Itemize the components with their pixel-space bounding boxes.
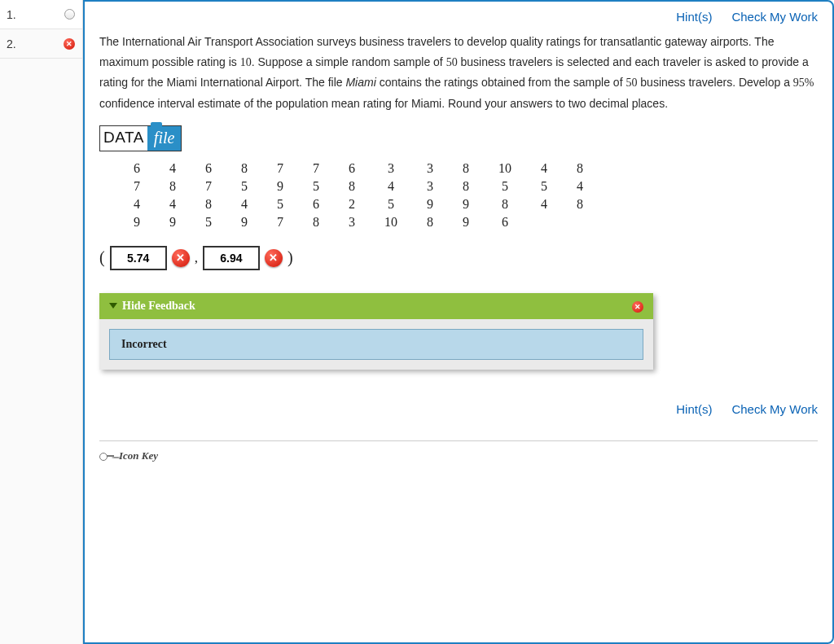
table-cell: 8 xyxy=(334,177,370,195)
table-row: 64687763381048 xyxy=(119,160,598,177)
table-cell: 8 xyxy=(448,177,484,195)
question-number: 1. xyxy=(7,8,63,21)
table-cell: 10 xyxy=(370,213,412,231)
question-text: The International Air Transport Associat… xyxy=(99,32,818,114)
sidebar-question-2[interactable]: 2. ✕ xyxy=(0,29,82,59)
open-paren: ( xyxy=(99,248,105,267)
table-cell: 6 xyxy=(119,160,155,177)
table-cell: 7 xyxy=(298,160,334,177)
table-cell: 4 xyxy=(526,160,562,177)
table-cell: 4 xyxy=(526,195,562,213)
table-cell: 3 xyxy=(412,177,448,195)
table-cell: 7 xyxy=(262,213,298,231)
question-number: 2. xyxy=(7,37,63,50)
table-cell: 5 xyxy=(526,177,562,195)
collapse-icon xyxy=(109,303,117,309)
table-cell: 5 xyxy=(226,177,262,195)
table-cell: 8 xyxy=(448,160,484,177)
table-cell: 4 xyxy=(226,195,262,213)
table-cell: 8 xyxy=(226,160,262,177)
table-cell: 6 xyxy=(298,195,334,213)
hints-link[interactable]: Hint(s) xyxy=(676,402,712,416)
table-cell: 5 xyxy=(370,195,412,213)
question-panel: Hint(s) Check My Work The International … xyxy=(83,0,834,644)
table-cell: 9 xyxy=(262,177,298,195)
data-values-table: 6468776338104878759584385544484562599848… xyxy=(119,160,598,231)
table-cell: 4 xyxy=(370,177,412,195)
table-cell: 8 xyxy=(191,195,226,213)
data-file-badge[interactable]: DATA file xyxy=(99,125,182,151)
status-wrong-icon: ✕ xyxy=(63,37,76,50)
table-cell: 6 xyxy=(334,160,370,177)
check-my-work-link[interactable]: Check My Work xyxy=(731,402,818,416)
icon-key-toggle[interactable]: Icon Key xyxy=(99,440,818,462)
table-cell: 8 xyxy=(412,213,448,231)
table-cell: 9 xyxy=(412,195,448,213)
table-row: 995978310896 xyxy=(119,213,598,231)
status-empty-icon xyxy=(63,8,76,21)
icon-key-label: Icon Key xyxy=(119,449,158,462)
table-cell: 5 xyxy=(484,177,526,195)
feedback-message: Incorrect xyxy=(109,329,643,360)
close-feedback-button[interactable]: ✕ xyxy=(632,300,643,313)
sidebar-question-1[interactable]: 1. xyxy=(0,0,82,29)
incorrect-icon: ✕ xyxy=(265,249,283,267)
table-cell: 10 xyxy=(484,160,526,177)
table-cell: 5 xyxy=(191,213,226,231)
table-cell: 7 xyxy=(119,177,155,195)
table-cell: 8 xyxy=(562,160,598,177)
feedback-header[interactable]: Hide Feedback ✕ xyxy=(99,293,653,319)
table-cell: 6 xyxy=(191,160,226,177)
table-cell: 7 xyxy=(262,160,298,177)
hints-link[interactable]: Hint(s) xyxy=(676,10,712,24)
table-cell: 8 xyxy=(562,195,598,213)
table-row: 7875958438554 xyxy=(119,177,598,195)
table-cell: 7 xyxy=(191,177,226,195)
top-action-links: Hint(s) Check My Work xyxy=(99,10,818,24)
table-cell: 4 xyxy=(562,177,598,195)
upper-bound-input[interactable] xyxy=(203,246,260,270)
table-cell: 9 xyxy=(119,213,155,231)
table-cell: 9 xyxy=(448,195,484,213)
table-cell: 9 xyxy=(226,213,262,231)
table-cell: 4 xyxy=(155,160,191,177)
table-cell: 6 xyxy=(484,213,526,231)
table-cell: 3 xyxy=(412,160,448,177)
table-cell: 2 xyxy=(334,195,370,213)
table-cell: 3 xyxy=(370,160,412,177)
table-cell: 8 xyxy=(155,177,191,195)
table-cell: 9 xyxy=(448,213,484,231)
close-paren: ) xyxy=(288,248,293,267)
table-row: 4484562599848 xyxy=(119,195,598,213)
feedback-panel: Hide Feedback ✕ Incorrect xyxy=(99,293,653,370)
incorrect-icon: ✕ xyxy=(172,249,190,267)
table-cell: 8 xyxy=(484,195,526,213)
table-cell: 5 xyxy=(298,177,334,195)
key-icon xyxy=(99,452,114,460)
bottom-action-links: Hint(s) Check My Work xyxy=(99,402,818,416)
table-cell: 5 xyxy=(262,195,298,213)
table-cell xyxy=(562,213,598,231)
table-cell: 3 xyxy=(334,213,370,231)
file-label: file xyxy=(147,126,182,151)
table-cell: 8 xyxy=(298,213,334,231)
feedback-header-label: Hide Feedback xyxy=(122,300,195,313)
table-cell xyxy=(526,213,562,231)
table-cell: 4 xyxy=(119,195,155,213)
lower-bound-input[interactable] xyxy=(110,246,167,270)
check-my-work-link[interactable]: Check My Work xyxy=(731,10,818,24)
data-label: DATA xyxy=(100,126,147,151)
feedback-body: Incorrect xyxy=(99,319,653,370)
question-sidebar: 1. 2. ✕ xyxy=(0,0,83,644)
comma: , xyxy=(195,250,198,266)
table-cell: 9 xyxy=(155,213,191,231)
answer-interval: ( ✕ , ✕ ) xyxy=(99,246,818,270)
table-cell: 4 xyxy=(155,195,191,213)
